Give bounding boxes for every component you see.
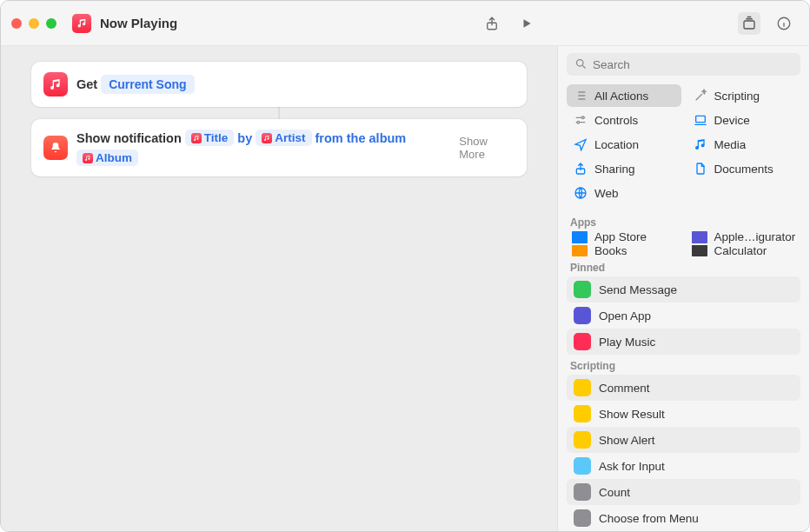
scripting-section-label: Scripting (558, 355, 809, 375)
category-media[interactable]: Media (687, 133, 801, 156)
action-list-item[interactable]: Choose from Menu (567, 505, 800, 531)
category-location[interactable]: Location (567, 133, 681, 156)
action-show-notification[interactable]: Show notification Title by Artist from t… (31, 119, 527, 176)
action-list-item[interactable]: Comment (567, 375, 800, 401)
category-controls[interactable]: Controls (567, 109, 681, 131)
action-list-item[interactable]: Send Message (567, 276, 800, 303)
music-app-icon (72, 14, 91, 33)
search-icon (574, 57, 588, 70)
run-button[interactable] (517, 14, 536, 33)
action-icon (574, 483, 591, 501)
svg-point-5 (577, 121, 580, 123)
minimize-window-button[interactable] (29, 18, 39, 29)
action-library-sidebar: All ActionsScriptingControlsDeviceLocati… (557, 46, 809, 531)
slider-icon (574, 113, 588, 127)
search-input[interactable] (567, 53, 800, 76)
titlebar: Now Playing (1, 1, 809, 46)
svg-rect-6 (695, 116, 705, 122)
doc-icon (694, 162, 707, 176)
action-icon (574, 431, 591, 449)
globe-icon (574, 186, 588, 200)
svg-point-4 (581, 116, 584, 119)
shortcuts-window: Now Playing Get (0, 0, 810, 532)
app-icon (572, 231, 588, 243)
category-device[interactable]: Device (687, 109, 801, 131)
app-item[interactable]: App Store (567, 231, 681, 243)
category-scripting[interactable]: Scripting (687, 84, 801, 107)
action-icon (574, 307, 591, 324)
share-icon (574, 162, 588, 176)
device-icon (694, 113, 707, 127)
pinned-list: Send MessageOpen AppPlay Music (558, 276, 809, 355)
nav-icon (574, 137, 588, 151)
artist-token[interactable]: Artist (256, 130, 311, 146)
category-all-actions[interactable]: All Actions (567, 84, 681, 107)
content-area: Get Current Song Show notification Title… (1, 46, 809, 531)
app-icon (572, 245, 588, 257)
traffic-lights (11, 18, 56, 29)
action-list-item[interactable]: Play Music (567, 329, 800, 355)
window-title: Now Playing (100, 16, 177, 30)
app-item[interactable]: Calculator (687, 245, 801, 257)
action-icon (574, 281, 591, 298)
svg-rect-1 (744, 21, 754, 29)
action-get-current-song[interactable]: Get Current Song (31, 62, 527, 107)
app-item[interactable]: Books (567, 245, 681, 257)
app-icon (692, 245, 707, 257)
wand-icon (694, 89, 707, 103)
bell-icon (43, 136, 68, 160)
action-list-item[interactable]: Show Result (567, 401, 800, 427)
editor-canvas[interactable]: Get Current Song Show notification Title… (1, 46, 557, 531)
current-song-token[interactable]: Current Song (101, 75, 194, 94)
action-text: Get Current Song (76, 75, 195, 94)
note-icon (694, 137, 707, 151)
apps-section-label: Apps (558, 211, 809, 231)
action-list-item[interactable]: Count (567, 479, 800, 505)
action-icon (574, 457, 591, 475)
action-list-item[interactable]: Ask for Input (567, 453, 800, 479)
scripting-list: CommentShow ResultShow AlertAsk for Inpu… (558, 375, 809, 531)
action-icon (574, 405, 591, 422)
action-icon (574, 509, 591, 527)
album-token[interactable]: Album (76, 150, 138, 166)
action-list-item[interactable]: Show Alert (567, 427, 800, 453)
category-sharing[interactable]: Sharing (567, 157, 681, 180)
list-icon (574, 89, 588, 103)
app-icon (692, 231, 707, 243)
connector-line (278, 107, 280, 119)
library-toggle-button[interactable] (738, 12, 760, 35)
share-button[interactable] (482, 14, 501, 33)
app-item[interactable]: Apple…igurator (687, 231, 801, 243)
category-grid: All ActionsScriptingControlsDeviceLocati… (558, 83, 809, 211)
close-window-button[interactable] (11, 18, 22, 29)
music-icon (43, 72, 68, 96)
apps-grid: App StoreApple…iguratorBooksCalculator (558, 231, 809, 256)
action-list-item[interactable]: Open App (567, 303, 800, 329)
category-web[interactable]: Web (567, 182, 681, 204)
svg-point-3 (577, 60, 584, 67)
info-button[interactable] (773, 12, 795, 35)
zoom-window-button[interactable] (46, 18, 56, 29)
action-text: Show notification Title by Artist from t… (76, 130, 459, 166)
pinned-section-label: Pinned (558, 256, 809, 276)
action-icon (574, 333, 591, 350)
category-documents[interactable]: Documents (687, 157, 801, 180)
title-token[interactable]: Title (185, 130, 235, 146)
action-icon (574, 379, 591, 396)
show-more-button[interactable]: Show More (459, 135, 515, 161)
